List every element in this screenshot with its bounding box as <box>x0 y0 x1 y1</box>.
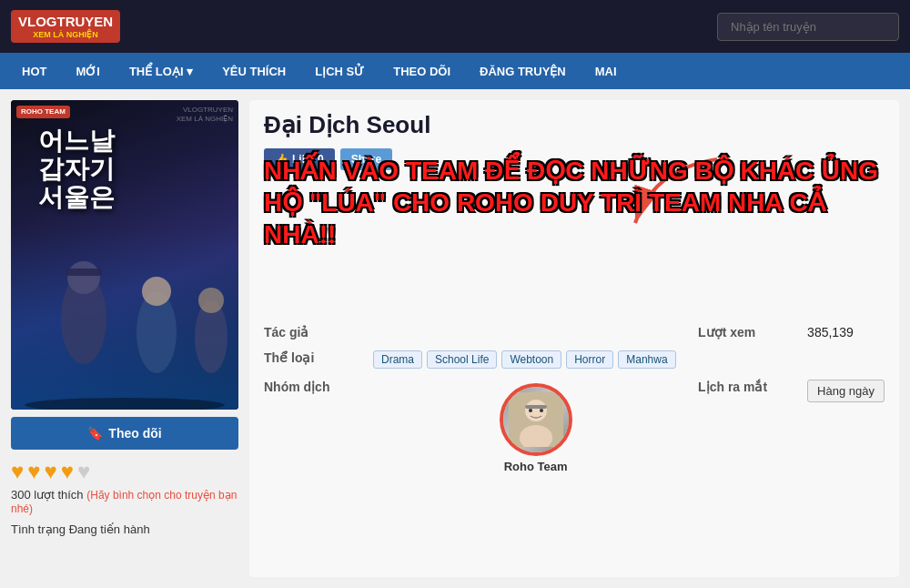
star-5[interactable]: ♥ <box>77 459 90 484</box>
nav-yeuthich[interactable]: YÊU THÍCH <box>207 53 300 89</box>
site-logo[interactable]: VLOGTRUYEN XEM LÀ NGHIỆN <box>11 10 120 44</box>
nav-dangtruyen[interactable]: ĐĂNG TRUYỆN <box>465 53 581 89</box>
svg-point-7 <box>25 398 225 410</box>
team-avatar-inner <box>503 387 569 452</box>
svg-point-1 <box>67 261 100 294</box>
schedule-button[interactable]: Hàng ngày <box>807 380 885 402</box>
bookmark-icon: 🔖 <box>87 426 103 441</box>
star-2[interactable]: ♥ <box>27 459 40 484</box>
cover-image: ROHO TEAM VLOGTRUYEN XEM LÀ NGHIỆN 어느날갑자… <box>11 100 238 410</box>
team-section[interactable]: Roho Team <box>373 383 698 473</box>
genre-horror[interactable]: Horror <box>566 350 613 369</box>
schedule-label: Lịch ra mắt <box>698 380 807 394</box>
cover-characters <box>11 228 238 410</box>
nav-hot[interactable]: HOT <box>7 53 61 89</box>
views-value: 385,139 <box>807 325 885 340</box>
views-label: Lượt xem <box>698 325 807 340</box>
star-4[interactable]: ♥ <box>61 459 74 484</box>
status-row: Tình trạng Đang tiến hành <box>11 522 238 536</box>
nav-mai[interactable]: MAI <box>581 53 632 89</box>
nav-lichsu[interactable]: LỊCH SỬ <box>300 53 379 89</box>
genre-label: Thể loại <box>264 350 373 365</box>
star-1[interactable]: ♥ <box>11 459 24 484</box>
header: VLOGTRUYEN XEM LÀ NGHIỆN <box>0 0 910 53</box>
status-label: Tình trạng <box>11 522 66 536</box>
genre-school[interactable]: School Life <box>427 350 497 369</box>
right-panel: Đại Dịch Seoul 👍 Like 0 Share NHẤN VÀO T… <box>249 100 899 577</box>
team-avatar <box>500 383 572 456</box>
cover-title-korean: 어느날갑자기서울은 <box>38 127 115 211</box>
star-rating: ♥ ♥ ♥ ♥ ♥ <box>11 459 238 484</box>
info-grid: Tác giả Lượt xem 385,139 Thể loại Drama … <box>264 325 885 473</box>
nav-theodoi[interactable]: THEO DÕI <box>379 53 465 89</box>
genre-tags: Drama School Life Webtoon Horror Manhwa <box>373 350 698 369</box>
genre-drama[interactable]: Drama <box>373 350 422 369</box>
svg-point-13 <box>529 409 532 412</box>
svg-point-4 <box>142 277 171 306</box>
star-3[interactable]: ♥ <box>45 459 57 484</box>
svg-rect-2 <box>66 269 102 276</box>
cover-watermark: VLOGTRUYEN XEM LÀ NGHIỆN <box>177 106 233 123</box>
like-count: 300 lượt thích (Hãy bình chọn cho truyện… <box>11 488 238 515</box>
logo-area[interactable]: VLOGTRUYEN XEM LÀ NGHIỆN <box>11 10 120 44</box>
nav-theloai[interactable]: THỂ LOẠI ▾ <box>115 53 207 89</box>
genre-manhwa[interactable]: Manhwa <box>618 350 675 369</box>
main-nav: HOT MỚI THỂ LOẠI ▾ YÊU THÍCH LỊCH SỬ THE… <box>0 53 910 89</box>
team-name: Roho Team <box>504 460 568 473</box>
svg-point-6 <box>198 288 224 313</box>
manga-title: Đại Dịch Seoul <box>264 111 885 139</box>
group-label: Nhóm dịch <box>264 380 373 394</box>
svg-point-14 <box>540 409 543 412</box>
promo-text: NHẤN VÀO TEAM ĐỂ ĐỌC NHỮNG BỘ KHÁC ỦNG H… <box>264 155 885 250</box>
roho-badge: ROHO TEAM <box>16 106 70 118</box>
svg-rect-12 <box>525 405 547 409</box>
status-value: Đang tiến hành <box>69 522 150 536</box>
search-input[interactable] <box>717 13 899 41</box>
follow-button[interactable]: 🔖 Theo dõi <box>11 417 238 450</box>
author-label: Tác giả <box>264 325 373 340</box>
genre-webtoon[interactable]: Webtoon <box>501 350 561 369</box>
left-panel: ROHO TEAM VLOGTRUYEN XEM LÀ NGHIỆN 어느날갑자… <box>11 100 238 577</box>
nav-moi[interactable]: MỚI <box>61 53 114 89</box>
main-content: ROHO TEAM VLOGTRUYEN XEM LÀ NGHIỆN 어느날갑자… <box>0 89 910 588</box>
